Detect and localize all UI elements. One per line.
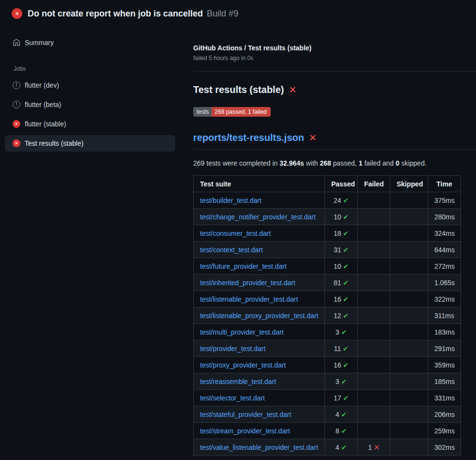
passed-cell: 24 ✔ [325,192,358,209]
failed-cell [358,340,390,357]
skipped-cell [390,390,428,406]
skipped-cell [390,357,428,373]
skipped-cell [390,192,428,209]
table-row: test/stream_provider_test.dart 8 ✔ 259ms [194,423,461,439]
check-icon: ✔ [341,444,347,451]
time-cell: 206ms [428,406,461,423]
test-suite-link[interactable]: test/provider_test.dart [200,345,265,353]
column-header-skipped: Skipped [390,176,428,192]
table-row: test/reassemble_test.dart 3 ✔ 185ms [194,373,461,390]
skipped-cell [390,291,428,307]
table-row: test/consumer_test.dart 18 ✔ 324ms [194,225,461,242]
column-header-failed: Failed [358,176,390,192]
test-suite-link[interactable]: test/context_test.dart [200,246,263,254]
failed-cell [358,324,390,340]
suite-cell: test/future_provider_test.dart [194,258,325,275]
section-title-text: Test results (stable) [193,84,284,95]
suite-cell: test/change_notifier_provider_test.dart [194,209,325,225]
failed-cell [358,225,390,242]
passed-cell: 4 ✔ [325,439,358,456]
check-icon: ✔ [341,411,347,418]
build-failed-icon: ✕ [12,8,22,19]
sidebar-summary-label: Summary [25,39,54,46]
skipped-cell [390,258,428,275]
skipped-cell [390,406,428,423]
check-icon: ✔ [341,328,347,336]
table-row: test/inherited_provider_test.dart 81 ✔ 1… [194,275,461,291]
run-status-text: failed 5 hours ago in 0s [193,55,461,61]
check-icon: ✔ [341,427,347,435]
skipped-cell [390,307,428,324]
column-header-test-suite: Test suite [194,176,325,192]
test-results-table: Test suite Passed Failed Skipped Time te… [193,175,461,456]
check-icon: ✔ [343,213,349,221]
failed-circle-icon: ✕ [13,139,20,147]
x-icon: ✕ [374,444,380,451]
test-suite-link[interactable]: test/multi_provider_test.dart [200,328,284,336]
test-suite-link[interactable]: test/listenable_provider_test.dart [200,295,298,303]
divider [193,71,476,72]
sidebar-item-flutter-stable[interactable]: ✕ flutter (stable) [5,116,175,132]
passed-cell: 10 ✔ [325,258,358,275]
suite-cell: test/proxy_provider_test.dart [194,357,325,373]
failed-cell [358,275,390,291]
main-panel: GitHub Actions / Test results (stable) f… [184,27,476,456]
report-file-link[interactable]: reports/test-results.json [193,132,304,143]
test-suite-link[interactable]: test/consumer_test.dart [200,230,271,237]
skipped-cell [390,209,428,225]
failed-cell [358,390,390,406]
check-icon: ✔ [341,378,347,385]
test-suite-link[interactable]: test/value_listenable_provider_test.dart [200,444,318,451]
skipped-cell [390,373,428,390]
test-suite-link[interactable]: test/proxy_provider_test.dart [200,361,286,369]
time-cell: 183ms [428,324,461,340]
sidebar-item-flutter-beta[interactable]: ! flutter (beta) [5,96,175,113]
failed-cell [358,258,390,275]
test-suite-link[interactable]: test/stateful_provider_test.dart [200,411,291,418]
skipped-cell [390,340,428,357]
skipped-cell [390,324,428,340]
passed-cell: 18 ✔ [325,225,358,242]
failed-cell [358,192,390,209]
tests-badge: tests 268 passed, 1 failed [193,107,271,117]
check-icon: ✔ [343,295,349,303]
test-suite-link[interactable]: test/future_provider_test.dart [200,262,287,270]
sidebar-item-flutter-dev[interactable]: ! flutter (dev) [5,77,175,93]
build-number: Build #9 [207,9,238,19]
sidebar-item-test-results-stable[interactable]: ✕ Test results (stable) [5,135,175,152]
suite-cell: test/reassemble_test.dart [194,373,325,390]
test-suite-link[interactable]: test/reassemble_test.dart [200,378,276,385]
job-label: flutter (dev) [25,81,59,89]
skipped-cell [390,439,428,456]
failed-cell [358,357,390,373]
time-cell: 331ms [428,390,461,406]
test-suite-link[interactable]: test/listenable_proxy_provider_test.dart [200,312,318,320]
test-suite-link[interactable]: test/change_notifier_provider_test.dart [200,213,316,221]
table-row: test/builder_test.dart 24 ✔ 375ms [194,192,461,209]
suite-cell: test/listenable_provider_test.dart [194,291,325,307]
sidebar-item-summary[interactable]: Summary [5,34,175,51]
suite-cell: test/builder_test.dart [194,192,325,209]
table-row: test/listenable_proxy_provider_test.dart… [194,307,461,324]
check-icon: ✔ [343,361,349,369]
passed-cell: 17 ✔ [325,390,358,406]
suite-cell: test/inherited_provider_test.dart [194,275,325,291]
time-cell: 324ms [428,225,461,242]
test-suite-link[interactable]: test/selector_test.dart [200,394,265,402]
badge-label: tests [193,107,212,117]
time-cell: 185ms [428,373,461,390]
check-icon: ✔ [343,279,349,287]
suite-cell: test/selector_test.dart [194,390,325,406]
test-suite-link[interactable]: test/builder_test.dart [200,197,261,204]
table-header-row: Test suite Passed Failed Skipped Time [194,176,461,192]
time-cell: 272ms [428,258,461,275]
failed-x-icon: ✕ [289,84,296,95]
column-header-passed: Passed [325,176,358,192]
table-row: test/change_notifier_provider_test.dart … [194,209,461,225]
passed-cell: 4 ✔ [325,406,358,423]
time-cell: 259ms [428,423,461,439]
test-suite-link[interactable]: test/stream_provider_test.dart [200,427,290,435]
time-cell: 280ms [428,209,461,225]
suite-cell: test/consumer_test.dart [194,225,325,242]
test-suite-link[interactable]: test/inherited_provider_test.dart [200,279,295,287]
